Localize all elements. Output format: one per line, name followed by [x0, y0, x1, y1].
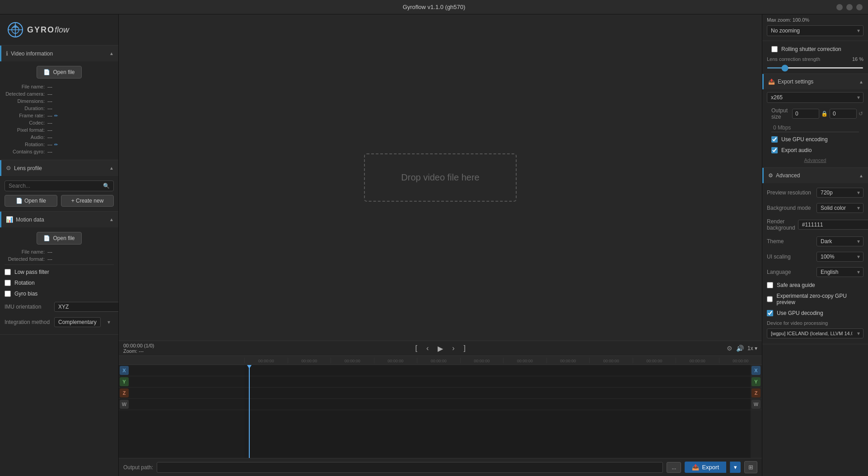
video-info-chevron: ▲: [109, 51, 114, 56]
preview-resolution-select[interactable]: 720p 1080p Original: [817, 188, 863, 198]
motion-file-name-row: File name: ---: [5, 248, 114, 255]
export-audio-checkbox[interactable]: [771, 147, 778, 153]
timeline-speed-button[interactable]: 1x ▾: [747, 345, 757, 351]
lens-search-input[interactable]: [9, 183, 103, 189]
export-settings-section-header[interactable]: 📤 Export settings ▲: [762, 74, 868, 89]
language-select[interactable]: English Deutsch Français 中文: [817, 267, 863, 277]
timeline-settings-button[interactable]: ⚙: [727, 345, 733, 352]
video-open-file-button[interactable]: 📄 Open file: [37, 66, 81, 79]
experimental-gpu-checkbox[interactable]: [767, 296, 773, 302]
motion-data-section-header[interactable]: 📊 Motion data ▲: [0, 212, 118, 227]
motion-data-title: Motion data: [16, 217, 44, 223]
low-pass-filter-row: Low pass filter: [5, 267, 114, 277]
axis-z-right-label[interactable]: Z: [751, 388, 761, 397]
video-area[interactable]: Drop video file here: [119, 14, 762, 341]
lens-profile-title: Lens profile: [14, 165, 42, 171]
rolling-shutter-row: Rolling shutter correction: [767, 44, 863, 55]
export-button[interactable]: 📤 Export: [685, 462, 726, 473]
axis-y-right-label[interactable]: Y: [751, 377, 761, 386]
timeline-right-controls: ⚙ 🔊 1x ▾: [727, 345, 757, 352]
motion-file-icon: 📄: [43, 235, 50, 241]
axis-x-right-label[interactable]: X: [751, 366, 761, 375]
drop-zone[interactable]: Drop video file here: [364, 153, 516, 202]
experimental-gpu-row: Experimental zero-copy GPU preview: [762, 291, 868, 308]
file-name-row: File name: ---: [5, 83, 114, 90]
track-x-right-row: X: [751, 365, 762, 376]
axis-y-label[interactable]: Y: [120, 377, 129, 386]
output-path-browse-button[interactable]: ...: [667, 462, 681, 473]
timeline-play-button[interactable]: ▶: [436, 343, 445, 354]
ui-scaling-select[interactable]: 100% 125% 150% 200%: [817, 252, 863, 262]
language-select-wrapper: English Deutsch Français 中文: [817, 267, 863, 277]
pixel-format-row: Pixel format: ---: [5, 126, 114, 134]
contains-gyro-row: Contains gyro: ---: [5, 148, 114, 155]
lens-profile-chevron: ▲: [109, 166, 114, 171]
timeline-body: X Y Z W: [119, 365, 762, 458]
output-path-input[interactable]: [157, 462, 663, 473]
device-select[interactable]: [wgpu] ICELAND (Iceland, LLVM 14.0.6, DR…: [767, 328, 863, 338]
gyro-bias-label: Gyro bias: [14, 291, 37, 297]
advanced-section-header[interactable]: ⚙ Advanced ▲: [762, 168, 868, 183]
video-info-section-header[interactable]: ℹ Video information ▲: [0, 46, 118, 61]
track-z-label-row: Z: [119, 388, 244, 399]
logo-text-gyro: GYRO: [27, 25, 55, 35]
use-gpu-encoding-checkbox[interactable]: [771, 136, 778, 143]
output-size-width[interactable]: [792, 109, 819, 119]
theme-select[interactable]: Dark Light System: [817, 236, 863, 246]
timeline-playback-controls: [ ‹ ▶ › ]: [413, 343, 467, 354]
close-button[interactable]: ✕: [856, 4, 863, 10]
safe-area-checkbox[interactable]: [767, 282, 773, 288]
frame-rate-edit-icon[interactable]: ✏: [54, 113, 58, 118]
imu-orientation-input[interactable]: [54, 302, 119, 312]
export-settings-title: Export settings: [778, 79, 813, 85]
frame-rate-row: Frame rate: --- ✏: [5, 112, 114, 119]
gyro-bias-checkbox[interactable]: [5, 291, 11, 297]
lens-open-file-button[interactable]: 📄 Open file: [5, 195, 57, 207]
motion-open-file-button[interactable]: 📄 Open file: [37, 232, 81, 245]
timeline-go-end-button[interactable]: ]: [462, 343, 467, 353]
axis-w-right-label[interactable]: W: [751, 400, 761, 409]
info-icon: ℹ: [6, 50, 8, 57]
no-zooming-select[interactable]: No zooming: [767, 25, 863, 36]
rolling-shutter-checkbox[interactable]: [771, 46, 778, 52]
theme-row: Theme Dark Light System: [762, 234, 868, 249]
timeline-next-button[interactable]: ›: [450, 343, 456, 353]
bitrate-input[interactable]: [771, 124, 859, 132]
axis-x-label[interactable]: X: [120, 366, 129, 375]
export-extra-button[interactable]: ⊞: [744, 461, 757, 473]
imu-orientation-row: IMU orientation: [5, 299, 114, 314]
safe-area-row: Safe area guide: [762, 280, 868, 291]
export-settings-chevron: ▲: [859, 79, 863, 84]
timeline-time-display: 00:00:00 (1/0): [123, 343, 154, 348]
export-dropdown-button[interactable]: ▾: [730, 462, 741, 473]
detected-camera-row: Detected camera: ---: [5, 90, 114, 97]
integration-method-select[interactable]: Complementary Madgwick None: [54, 317, 101, 327]
rotation-checkbox[interactable]: [5, 280, 11, 286]
use-gpu-decoding-row: Use GPU decoding: [762, 308, 868, 319]
use-gpu-decoding-checkbox[interactable]: [767, 310, 773, 316]
lens-correction-slider[interactable]: [767, 67, 863, 69]
low-pass-filter-checkbox[interactable]: [5, 269, 11, 275]
timeline-prev-button[interactable]: ‹: [425, 343, 430, 353]
axis-w-label[interactable]: W: [120, 400, 129, 409]
timeline-audio-button[interactable]: 🔊: [736, 345, 744, 352]
maximize-button[interactable]: □: [846, 4, 853, 10]
output-size-height[interactable]: [830, 109, 857, 119]
codec-select[interactable]: x265 x264 ProRes: [767, 92, 863, 103]
window-controls[interactable]: ─ □ ✕: [836, 4, 863, 10]
minimize-button[interactable]: ─: [836, 4, 843, 10]
lens-btn-row: 📄 Open file + Create new: [5, 195, 114, 207]
timeline-go-start-button[interactable]: [: [413, 343, 419, 353]
background-mode-select-wrapper: Solid color Transparent Mirror: [817, 203, 863, 213]
export-advanced-link[interactable]: Advanced: [767, 156, 863, 165]
render-background-input[interactable]: [798, 220, 868, 230]
playhead: [249, 365, 250, 458]
advanced-chevron: ▲: [859, 173, 863, 178]
lens-profile-section-header[interactable]: ⚙ Lens profile ▲: [0, 160, 118, 176]
lens-create-new-button[interactable]: + Create new: [61, 195, 114, 207]
background-mode-select[interactable]: Solid color Transparent Mirror: [817, 203, 863, 213]
rotation-edit-icon[interactable]: ✏: [54, 142, 58, 147]
export-audio-label: Export audio: [781, 147, 812, 153]
track-w-content: [244, 399, 751, 410]
axis-z-label[interactable]: Z: [120, 388, 129, 397]
